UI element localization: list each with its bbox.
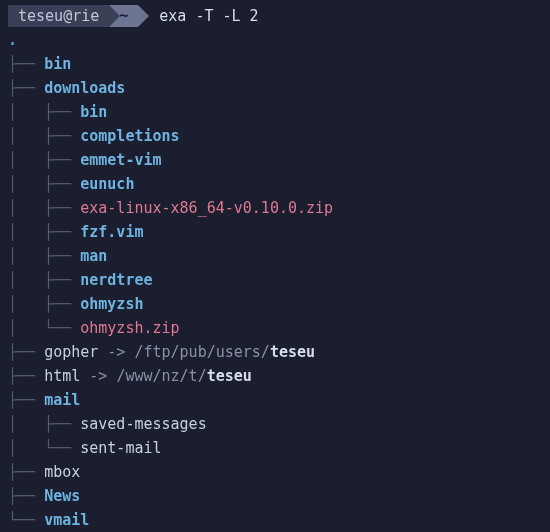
- tree-row: │ ├── nerdtree: [8, 268, 542, 292]
- command-text: exa -T -L 2: [159, 4, 258, 28]
- tree-branch: └──: [8, 508, 44, 532]
- tree-row: │ ├── completions: [8, 124, 542, 148]
- prompt-line: teseu@rie ~ exa -T -L 2: [8, 4, 542, 28]
- entry-name: vmail: [44, 508, 89, 532]
- chevron-icon: [109, 5, 120, 27]
- tree-branch: ├──: [8, 388, 44, 412]
- tree-branch: ├──: [8, 364, 44, 388]
- tree-branch: ├──: [8, 460, 44, 484]
- tree-root: .: [8, 28, 542, 52]
- entry-name: ohmyzsh.zip: [80, 316, 179, 340]
- tree-row: ├── html -> /www/nz/t/teseu: [8, 364, 542, 388]
- tree-branch: ├──: [8, 340, 44, 364]
- symlink-arrow: ->: [80, 364, 116, 388]
- entry-name: downloads: [44, 76, 125, 100]
- tree-branch: │ ├──: [8, 148, 80, 172]
- terminal: teseu@rie ~ exa -T -L 2 . ├── bin├── dow…: [0, 0, 550, 532]
- symlink-target: teseu: [207, 364, 252, 388]
- entry-name: exa-linux-x86_64-v0.10.0.zip: [80, 196, 333, 220]
- entry-name: ohmyzsh: [80, 292, 143, 316]
- tree-row: │ └── ohmyzsh.zip: [8, 316, 542, 340]
- entry-name: emmet-vim: [80, 148, 161, 172]
- tree-branch: │ ├──: [8, 124, 80, 148]
- entry-name: eunuch: [80, 172, 134, 196]
- tree-row: ├── News: [8, 484, 542, 508]
- entry-name: bin: [44, 52, 71, 76]
- entry-name: html: [44, 364, 80, 388]
- tree-row: ├── downloads: [8, 76, 542, 100]
- tree-row: │ ├── saved-messages: [8, 412, 542, 436]
- entry-name: mail: [44, 388, 80, 412]
- entry-name: News: [44, 484, 80, 508]
- entry-name: bin: [80, 100, 107, 124]
- tree-row: ├── mbox: [8, 460, 542, 484]
- file-tree: ├── bin├── downloads│ ├── bin│ ├── compl…: [8, 52, 542, 532]
- entry-name: nerdtree: [80, 268, 152, 292]
- entry-name: completions: [80, 124, 179, 148]
- symlink-arrow: ->: [98, 340, 134, 364]
- tree-row: ├── gopher -> /ftp/pub/users/teseu: [8, 340, 542, 364]
- tree-row: │ ├── fzf.vim: [8, 220, 542, 244]
- tree-row: └── vmail: [8, 508, 542, 532]
- tree-branch: ├──: [8, 52, 44, 76]
- tree-branch: ├──: [8, 484, 44, 508]
- tree-branch: │ ├──: [8, 220, 80, 244]
- tree-row: ├── mail: [8, 388, 542, 412]
- tree-row: │ ├── ohmyzsh: [8, 292, 542, 316]
- symlink-path: /www/nz/t/: [116, 364, 206, 388]
- chevron-icon: [138, 5, 149, 27]
- tree-branch: │ └──: [8, 436, 80, 460]
- tree-branch: │ ├──: [8, 172, 80, 196]
- entry-name: saved-messages: [80, 412, 206, 436]
- tree-branch: │ └──: [8, 316, 80, 340]
- tree-branch: │ ├──: [8, 244, 80, 268]
- tree-row: │ ├── bin: [8, 100, 542, 124]
- tree-branch: │ ├──: [8, 268, 80, 292]
- tree-row: │ ├── emmet-vim: [8, 148, 542, 172]
- entry-name: sent-mail: [80, 436, 161, 460]
- tree-branch: │ ├──: [8, 100, 80, 124]
- entry-name: fzf.vim: [80, 220, 143, 244]
- tree-branch: ├──: [8, 76, 44, 100]
- tree-branch: │ ├──: [8, 412, 80, 436]
- entry-name: mbox: [44, 460, 80, 484]
- tree-row: │ ├── man: [8, 244, 542, 268]
- tree-row: │ ├── eunuch: [8, 172, 542, 196]
- prompt-userhost: teseu@rie: [8, 5, 109, 27]
- tree-row: │ ├── exa-linux-x86_64-v0.10.0.zip: [8, 196, 542, 220]
- tree-branch: │ ├──: [8, 292, 80, 316]
- tree-row: │ └── sent-mail: [8, 436, 542, 460]
- tree-branch: │ ├──: [8, 196, 80, 220]
- entry-name: gopher: [44, 340, 98, 364]
- entry-name: man: [80, 244, 107, 268]
- tree-row: ├── bin: [8, 52, 542, 76]
- symlink-target: teseu: [270, 340, 315, 364]
- symlink-path: /ftp/pub/users/: [134, 340, 269, 364]
